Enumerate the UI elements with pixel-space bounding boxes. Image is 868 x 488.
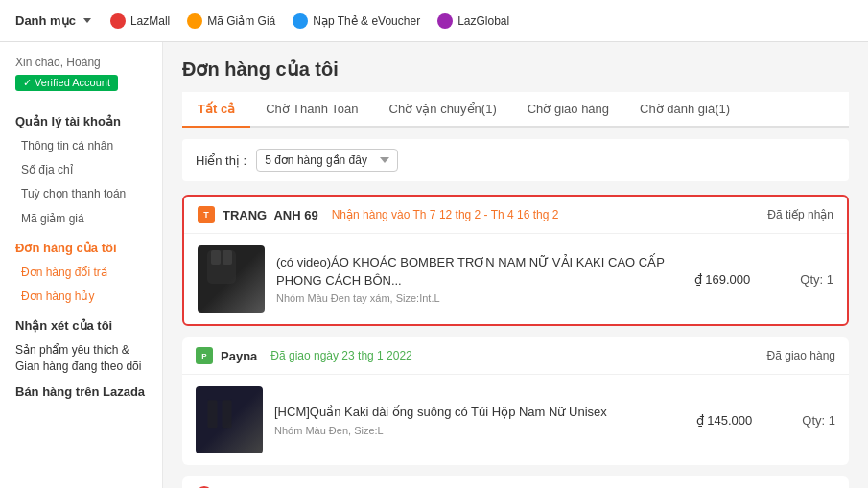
danh-muc-label: Danh mục xyxy=(15,13,76,28)
coupon-link[interactable]: Mã Giảm Giá xyxy=(187,13,275,29)
quan-image xyxy=(196,386,263,453)
sidebar-item-personal-info[interactable]: Thông tin cá nhân xyxy=(15,134,147,158)
filter-select[interactable]: 5 đơn hàng gần đây 10 đơn hàng gần đây 3… xyxy=(256,149,398,172)
top-navigation: Danh mục LazMall Mã Giảm Giá Nạp Thẻ & e… xyxy=(0,0,868,42)
main-content: Đơn hàng của tôi Tất cả Chờ Thanh Toán C… xyxy=(163,42,868,488)
product-info-2: [HCM]Quần Kaki dài ống suông có Túi Hộp … xyxy=(274,404,685,435)
order-header-2: P Payna Đã giao ngày 23 thg 1 2022 Đã gi… xyxy=(182,337,849,375)
product-price-1: ₫ 169.000 xyxy=(694,272,751,287)
jacket-illustration xyxy=(198,245,246,293)
sidebar-item-returns[interactable]: Đơn hàng đổi trả xyxy=(15,261,147,285)
sidebar-item-voucher[interactable]: Mã giảm giá xyxy=(15,207,147,231)
product-variant-2: Nhóm Màu Đen, Size:L xyxy=(274,425,685,436)
product-variant-1: Nhóm Màu Đen tay xám, Size:Int.L xyxy=(276,292,683,304)
order-status-1: Đã tiếp nhận xyxy=(767,208,833,221)
tab-all[interactable]: Tất cả xyxy=(182,92,250,128)
order-card-1: T TRANG_ANH 69 Nhận hàng vào Th 7 12 thg… xyxy=(182,195,849,326)
top-nav-links: LazMall Mã Giảm Giá Nạp Thẻ & eVoucher L… xyxy=(110,13,853,29)
shop-name-1[interactable]: TRANG_ANH 69 xyxy=(223,208,318,222)
tab-pending-shipping[interactable]: Chờ vận chuyển(1) xyxy=(374,92,512,128)
svg-rect-2 xyxy=(223,250,232,265)
order-shop-info-1: T TRANG_ANH 69 Nhận hàng vào Th 7 12 thg… xyxy=(198,206,558,223)
coupon-icon xyxy=(187,13,202,29)
delivery-info-2: Đã giao ngày 23 thg 1 2022 xyxy=(270,349,411,362)
svg-rect-3 xyxy=(208,388,232,401)
svg-rect-4 xyxy=(208,400,218,428)
shop-icon-payna: P xyxy=(196,347,213,364)
product-qty-1: Qty: 1 xyxy=(800,272,833,287)
order-card-3: B BOSTANTEN Đã hủy xyxy=(182,476,849,488)
tabs-bar: Tất cả Chờ Thanh Toán Chờ vận chuyển(1) … xyxy=(182,92,849,128)
product-info-1: (có video)ÁO KHOÁC BOMBER TRƠN NAM NỮ VẢ… xyxy=(276,254,683,303)
order-card-2: P Payna Đã giao ngày 23 thg 1 2022 Đã gi… xyxy=(182,337,849,465)
sidebar: Xin chào, Hoàng ✓ Verified Account Quản … xyxy=(0,42,163,488)
product-thumb-1 xyxy=(198,245,265,313)
product-qty-2: Qty: 1 xyxy=(802,413,835,428)
sidebar-item-cancelled[interactable]: Đơn hàng hủy xyxy=(15,285,147,309)
product-thumb-2 xyxy=(196,386,263,453)
order-status-2: Đã giao hàng xyxy=(767,349,835,362)
bomber-image xyxy=(198,245,265,313)
tab-pending-payment[interactable]: Chờ Thanh Toán xyxy=(250,92,373,128)
delivery-info-1: Nhận hàng vào Th 7 12 thg 2 - Th 4 16 th… xyxy=(332,208,559,221)
order-shop-info-2: P Payna Đã giao ngày 23 thg 1 2022 xyxy=(196,347,412,364)
sidebar-section-orders[interactable]: Đơn hàng của tôi xyxy=(15,241,147,255)
voucher-icon xyxy=(293,13,308,29)
order-header-1: T TRANG_ANH 69 Nhận hàng vào Th 7 12 thg… xyxy=(184,197,847,234)
filter-row: Hiển thị : 5 đơn hàng gần đây 10 đơn hàn… xyxy=(182,139,849,181)
page-title: Đơn hàng của tôi xyxy=(182,58,849,81)
product-name-2: [HCM]Quần Kaki dài ống suông có Túi Hộp … xyxy=(274,404,685,421)
main-layout: Xin chào, Hoàng ✓ Verified Account Quản … xyxy=(0,42,868,488)
verified-badge: ✓ Verified Account xyxy=(15,75,118,91)
sidebar-section-reviews[interactable]: Nhận xét của tôi xyxy=(15,318,147,333)
filter-label: Hiển thị : xyxy=(196,153,246,168)
lazmall-link[interactable]: LazMall xyxy=(110,13,170,29)
svg-rect-5 xyxy=(223,400,232,428)
lazmall-icon xyxy=(110,13,126,29)
svg-rect-1 xyxy=(211,250,221,265)
voucher-link[interactable]: Nạp Thẻ & eVoucher xyxy=(293,13,420,29)
danh-muc-button[interactable]: Danh mục xyxy=(15,13,91,28)
shop-icon-trang-anh: T xyxy=(198,206,215,223)
sidebar-section-sell[interactable]: Bán hàng trên Lazada xyxy=(15,384,147,399)
tab-pending-delivery[interactable]: Chờ giao hàng xyxy=(512,92,624,128)
order-body-1: (có video)ÁO KHOÁC BOMBER TRƠN NAM NỮ VẢ… xyxy=(184,234,847,324)
shop-name-2[interactable]: Payna xyxy=(221,349,257,363)
product-price-2: ₫ 145.000 xyxy=(696,413,753,428)
sidebar-section-wishlist[interactable]: Sản phẩm yêu thích & Gian hàng đang theo… xyxy=(15,342,147,375)
sidebar-section-account: Quản lý tài khoản xyxy=(15,114,147,128)
order-body-2: [HCM]Quần Kaki dài ống suông có Túi Hộp … xyxy=(182,375,849,465)
lazglobal-link[interactable]: LazGlobal xyxy=(437,13,509,29)
pants-illustration xyxy=(196,386,244,434)
greeting-text: Xin chào, Hoàng xyxy=(15,56,147,69)
tab-pending-review[interactable]: Chờ đánh giá(1) xyxy=(624,92,745,128)
order-header-3: B BOSTANTEN Đã hủy xyxy=(182,476,849,488)
global-icon xyxy=(437,13,453,29)
sidebar-item-payment[interactable]: Tuỳ chọn thanh toán xyxy=(15,182,147,206)
sidebar-item-address[interactable]: Số địa chỉ xyxy=(15,158,147,182)
product-name-1: (có video)ÁO KHOÁC BOMBER TRƠN NAM NỮ VẢ… xyxy=(276,254,683,289)
chevron-down-icon xyxy=(83,18,91,23)
